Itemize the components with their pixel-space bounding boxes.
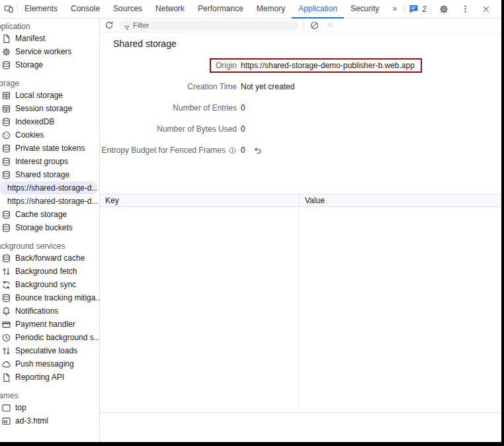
customize-menu-button[interactable]	[456, 1, 474, 18]
sidebar-item-storage-buckets[interactable]: Storage buckets	[0, 221, 99, 234]
filter-input[interactable]	[133, 21, 294, 29]
sidebar-item-label: top	[15, 403, 26, 412]
sidebar-section-application: ApplicationManifestService workersStorag…	[0, 21, 99, 71]
clear-all-button[interactable]	[309, 20, 319, 30]
sidebar-item-private-state-tokens[interactable]: Private state tokens	[0, 142, 99, 155]
sidebar-section-storage: StorageLocal storageSession storageIndex…	[0, 78, 99, 234]
sidebar-item-speculative-loads[interactable]: Speculative loads	[0, 344, 99, 357]
sidebar-item-payment-handler[interactable]: Payment handler	[0, 318, 99, 331]
refresh-button[interactable]	[103, 19, 115, 31]
metadata-value: 0	[241, 124, 501, 134]
metadata-label-text: Origin	[216, 61, 237, 70]
more-tabs-button[interactable]: »	[386, 0, 403, 19]
sidebar-item-bounce-tracking-mitiga[interactable]: Bounce tracking mitiga...	[0, 291, 99, 304]
sidebar-item-cache-storage[interactable]: Cache storage	[0, 208, 99, 221]
sidebar-item-notifications[interactable]: Notifications	[0, 304, 99, 318]
tabbar-separator	[404, 5, 405, 14]
close-icon	[482, 5, 491, 14]
metadata-label-text: Creation Time	[187, 82, 237, 91]
filter-funnel-icon	[124, 22, 130, 28]
table-column-header-value[interactable]: Value	[299, 195, 501, 206]
cookie-icon	[1, 130, 11, 140]
metadata-row-number-of-entries: Number of Entries0	[100, 97, 501, 118]
sidebar-item-shared-storage[interactable]: Shared storage	[0, 168, 99, 181]
close-devtools-button[interactable]	[478, 1, 495, 18]
table-column-divider	[299, 207, 300, 412]
metadata-value-text: https://shared-storage-demo-publisher-b.…	[241, 61, 415, 70]
issues-counter-button[interactable]: 2	[409, 4, 427, 14]
tab-sources[interactable]: Sources	[106, 0, 149, 19]
sidebar-section-title-text: Background services	[0, 241, 65, 251]
card-icon	[1, 320, 11, 330]
info-icon[interactable]	[228, 146, 237, 155]
sidebar-item-storage[interactable]: Storage	[0, 58, 99, 71]
block-icon	[310, 21, 319, 30]
sidebar-item-cookies[interactable]: Cookies	[0, 128, 99, 142]
sidebar-item-background-fetch[interactable]: Background fetch	[0, 265, 99, 278]
sidebar-item-top[interactable]: top	[0, 401, 99, 414]
tab-memory[interactable]: Memory	[250, 0, 292, 19]
metadata-label: Number of Bytes Used	[100, 124, 237, 134]
tab-application[interactable]: Application	[292, 0, 344, 19]
tab-elements[interactable]: Elements	[18, 0, 64, 19]
frame-icon	[1, 403, 11, 413]
toggle-device-toolbar-button[interactable]	[0, 1, 17, 18]
devtools-tabbar: ElementsConsoleSourcesNetworkPerformance…	[0, 0, 501, 19]
database-icon	[1, 210, 11, 220]
updown-icon	[1, 267, 11, 277]
tab-performance[interactable]: Performance	[191, 0, 250, 19]
sidebar-item-label: Interest groups	[15, 157, 68, 166]
sidebar-item-reporting-api[interactable]: Reporting API	[0, 371, 99, 384]
table-column-header-key[interactable]: Key	[100, 195, 299, 206]
database-icon	[1, 144, 11, 154]
iframe-icon	[1, 416, 11, 426]
metadata-value: 0	[241, 103, 501, 112]
sidebar-item-label: Background fetch	[15, 267, 77, 276]
tab-network[interactable]: Network	[149, 0, 191, 19]
panel-toolbar	[100, 19, 501, 32]
metadata-label: Number of Entries	[100, 103, 237, 112]
sidebar-item-session-storage[interactable]: Session storage	[0, 102, 99, 115]
file-icon	[1, 373, 11, 382]
sidebar-item-local-storage[interactable]: Local storage	[0, 89, 99, 102]
sidebar-item-label: Back/forward cache	[15, 253, 85, 263]
sidebar-item-periodic-background-s[interactable]: Periodic background s...	[0, 331, 99, 344]
sidebar-item-label: Session storage	[15, 104, 72, 113]
bell-icon	[1, 306, 11, 316]
window-edge	[501, 0, 504, 446]
settings-button[interactable]	[435, 1, 452, 18]
tab-console[interactable]: Console	[64, 0, 106, 19]
sidebar-item-background-sync[interactable]: Background sync	[0, 278, 99, 291]
sidebar-item-label: Local storage	[15, 91, 63, 100]
sidebar-item-back-forward-cache[interactable]: Back/forward cache	[0, 251, 99, 265]
sidebar-section-title-text: Storage	[0, 78, 19, 89]
sidebar-item-ad-3-html[interactable]: ad-3.html	[0, 414, 99, 427]
sidebar-section-title: Frames	[0, 390, 99, 401]
sidebar-item-indexeddb[interactable]: IndexedDB	[0, 115, 99, 128]
sidebar-section-title-text: Frames	[0, 390, 19, 401]
reset-budget-button[interactable]	[253, 146, 263, 155]
metadata-value-text: 0	[241, 146, 245, 155]
database-icon	[1, 223, 11, 233]
sidebar-item-https-shared-storage-d[interactable]: https://shared-storage-d...	[0, 181, 97, 195]
sidebar-item-label: Notifications	[15, 306, 58, 316]
tab-security[interactable]: Security	[344, 0, 386, 19]
database-icon	[1, 293, 11, 303]
sidebar-item-manifest[interactable]: Manifest	[0, 32, 99, 45]
sidebar-section-title-text: Application	[0, 21, 30, 32]
sidebar-item-service-workers[interactable]: Service workers	[0, 45, 99, 58]
clear-filter-button[interactable]	[325, 20, 335, 30]
sidebar-section-background-services: Background servicesBack/forward cacheBac…	[0, 241, 99, 384]
sidebar-item-label: Manifest	[15, 34, 45, 43]
gear-icon	[1, 47, 11, 57]
metadata-value: https://shared-storage-demo-publisher-b.…	[241, 61, 501, 70]
sidebar-item-https-shared-storage-d-2[interactable]: https://shared-storage-d...	[0, 195, 99, 208]
database-icon	[1, 117, 11, 127]
file-icon	[1, 34, 11, 44]
three-dots-icon	[460, 4, 470, 14]
sidebar-item-push-messaging[interactable]: Push messaging	[0, 357, 99, 371]
sidebar-section-frames: Framestopad-3.html	[0, 390, 99, 427]
metadata-label-text: Number of Bytes Used	[157, 124, 237, 134]
sidebar-item-interest-groups[interactable]: Interest groups	[0, 155, 99, 168]
shared-storage-panel: Shared storage Originhttps://shared-stor…	[100, 19, 501, 442]
